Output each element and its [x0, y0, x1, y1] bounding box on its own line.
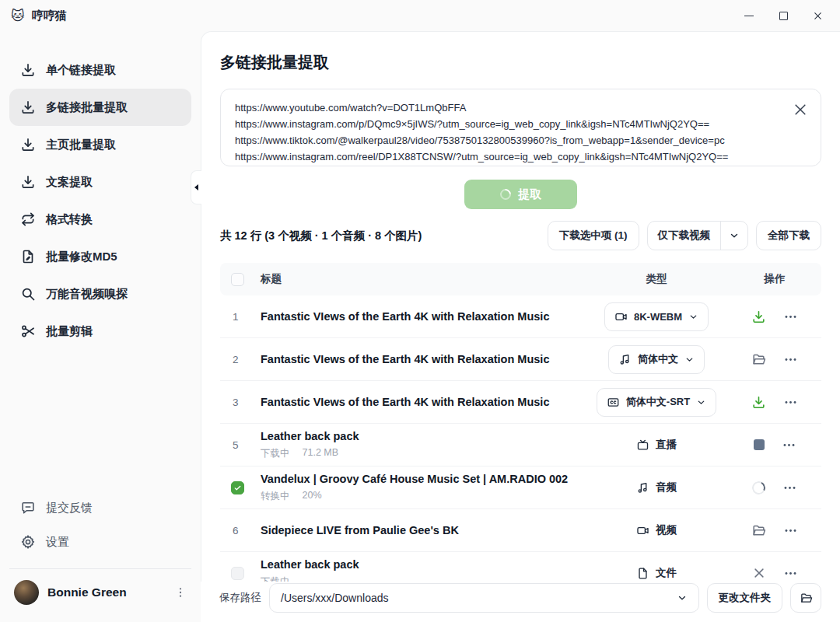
url-input-box[interactable]: https://www.youtube.com/watch?v=DOT1LmQb… [220, 89, 821, 166]
kebab-menu-icon[interactable] [174, 586, 187, 599]
sidebar-footer-item-0[interactable]: 提交反馈 [9, 491, 191, 525]
more-actions-button[interactable] [783, 395, 798, 410]
row-type-cell: 视频 [579, 523, 734, 537]
url-line: https://www.youtube.com/watch?v=DOT1LmQb… [235, 100, 780, 116]
row-number: 2 [226, 354, 261, 365]
save-path-select[interactable]: /Users/xxx/Downloads [269, 583, 699, 613]
row-operations [734, 523, 815, 538]
type-select[interactable]: 简体中文 [608, 345, 705, 374]
download-videos-only-button[interactable]: 仅下载视频 [648, 222, 721, 250]
sidebar-collapse-handle[interactable] [191, 170, 201, 204]
type-label: 直播 [656, 438, 677, 452]
download-button[interactable] [751, 309, 766, 324]
row-type-cell: 8K-WEBM [579, 302, 734, 331]
sidebar-menu: 单个链接提取多链接批量提取主页批量提取文案提取格式转换批量修改MD5万能音视频嗅… [9, 51, 191, 350]
row-number: 5 [226, 439, 261, 451]
type-select[interactable]: 简体中文-SRT [597, 388, 716, 417]
dots-icon [783, 523, 798, 538]
save-path-bar: 保存路径 /Users/xxx/Downloads 更改文件夹 [201, 582, 840, 622]
minimize-button[interactable] [737, 5, 761, 26]
download-icon [20, 62, 36, 78]
row-type-cell: 直播 [579, 438, 734, 452]
row-title: Fantastic VIews of the Earth 4K with Rel… [261, 309, 579, 323]
sidebar-item-7[interactable]: 批量剪辑 [9, 313, 191, 350]
stop-button[interactable] [754, 439, 765, 450]
audio-icon [636, 481, 649, 494]
row-title-cell: Leather back pack下载中71.2 MB [261, 429, 579, 460]
type-label: 简体中文-SRT [626, 395, 690, 409]
change-folder-button[interactable]: 更改文件夹 [707, 583, 783, 613]
cc-icon [607, 396, 620, 409]
maximize-icon [779, 12, 788, 20]
type-label: 简体中文 [638, 352, 678, 366]
open-folder-button[interactable] [751, 523, 766, 538]
stop-icon [754, 439, 765, 450]
sidebar-item-3[interactable]: 文案提取 [9, 163, 191, 201]
window-controls [737, 5, 829, 26]
row-operations [734, 566, 815, 581]
more-actions-button[interactable] [782, 438, 796, 453]
gear-icon [20, 534, 36, 550]
row-operations [734, 309, 815, 324]
sidebar-item-label: 提交反馈 [46, 501, 93, 515]
chevron-left-icon [194, 184, 198, 190]
extract-button-label: 提取 [518, 187, 541, 202]
sidebar-footer-menu: 提交反馈设置 [9, 491, 191, 559]
sidebar-item-1[interactable]: 多链接批量提取 [9, 89, 191, 126]
sidebar-item-label: 设置 [46, 535, 69, 550]
avatar [14, 580, 39, 605]
row-type-cell: 音频 [579, 480, 734, 494]
open-folder-button[interactable] [751, 352, 766, 367]
save-path-label: 保存路径 [219, 591, 261, 605]
chevron-down-icon [688, 312, 698, 322]
user-row[interactable]: Bonnie Green [9, 568, 191, 610]
close-icon [752, 566, 766, 580]
minimize-icon [744, 16, 754, 16]
titlebar: 🐱 哼哼猫 [0, 0, 840, 31]
extract-button[interactable]: 提取 [464, 180, 577, 209]
type-label-plain: 直播 [636, 438, 677, 452]
extract-row: 提取 [220, 180, 821, 209]
column-header-title: 标题 [261, 272, 579, 286]
table-row-5: Vandelux | Groovy Café House Music Set |… [220, 466, 821, 509]
download-all-button[interactable]: 全部下载 [756, 221, 821, 250]
download-mode-dropdown[interactable] [721, 222, 747, 250]
cancel-button[interactable] [752, 566, 766, 580]
more-actions-button[interactable] [783, 352, 798, 367]
sidebar-footer-item-1[interactable]: 设置 [9, 525, 191, 559]
folder-icon [751, 523, 766, 538]
more-actions-button[interactable] [782, 480, 797, 495]
audio-icon [618, 353, 632, 366]
clear-input-button[interactable] [793, 102, 808, 117]
progress-text: 20% [303, 490, 322, 503]
close-button[interactable] [806, 5, 829, 26]
row-checkbox[interactable] [231, 481, 244, 494]
download-selected-button[interactable]: 下载选中项 (1) [548, 221, 639, 250]
search-icon [20, 286, 36, 302]
maximize-button[interactable] [772, 5, 795, 26]
select-all-checkbox[interactable] [231, 273, 244, 286]
download-icon [751, 395, 766, 410]
more-actions-button[interactable] [783, 566, 798, 581]
sidebar-item-2[interactable]: 主页批量提取 [9, 126, 191, 163]
open-folder-button[interactable] [790, 583, 821, 613]
more-actions-button[interactable] [783, 309, 798, 324]
row-checkbox[interactable] [231, 567, 244, 580]
check-icon [233, 484, 242, 492]
row-title: Vandelux | Groovy Café House Music Set |… [261, 472, 579, 486]
sidebar-item-4[interactable]: 格式转换 [9, 201, 191, 238]
sidebar-item-6[interactable]: 万能音视频嗅探 [9, 275, 191, 313]
type-select[interactable]: 8K-WEBM [604, 302, 709, 331]
chevron-down-icon [696, 397, 706, 407]
download-button[interactable] [751, 395, 766, 410]
chevron-down-icon [729, 230, 740, 241]
download-videos-only-split-button: 仅下载视频 [647, 221, 749, 250]
more-actions-button[interactable] [783, 523, 798, 538]
type-label: 8K-WEBM [634, 311, 682, 323]
folder-icon [800, 592, 813, 605]
sidebar-item-0[interactable]: 单个链接提取 [9, 51, 191, 89]
sidebar-item-5[interactable]: 批量修改MD5 [9, 238, 191, 275]
feedback-icon [20, 500, 36, 515]
progress-text: 71.2 MB [303, 447, 339, 460]
summary-actions: 下载选中项 (1) 仅下载视频 全部下载 [548, 221, 821, 250]
